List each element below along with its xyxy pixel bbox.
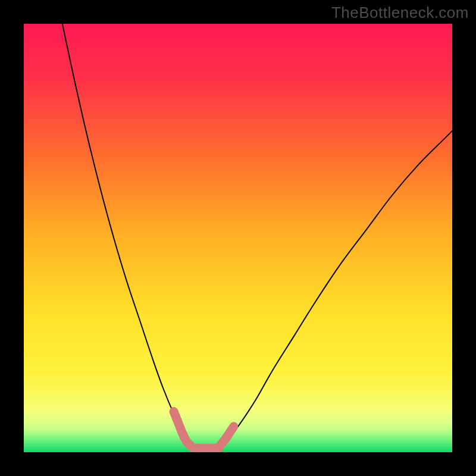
chart-frame: TheBottleneck.com xyxy=(0,0,476,476)
bottom-marker xyxy=(193,448,218,449)
plot-area xyxy=(24,24,452,452)
watermark-text: TheBottleneck.com xyxy=(331,4,469,22)
chart-svg xyxy=(24,24,452,452)
chart-background xyxy=(24,24,452,452)
